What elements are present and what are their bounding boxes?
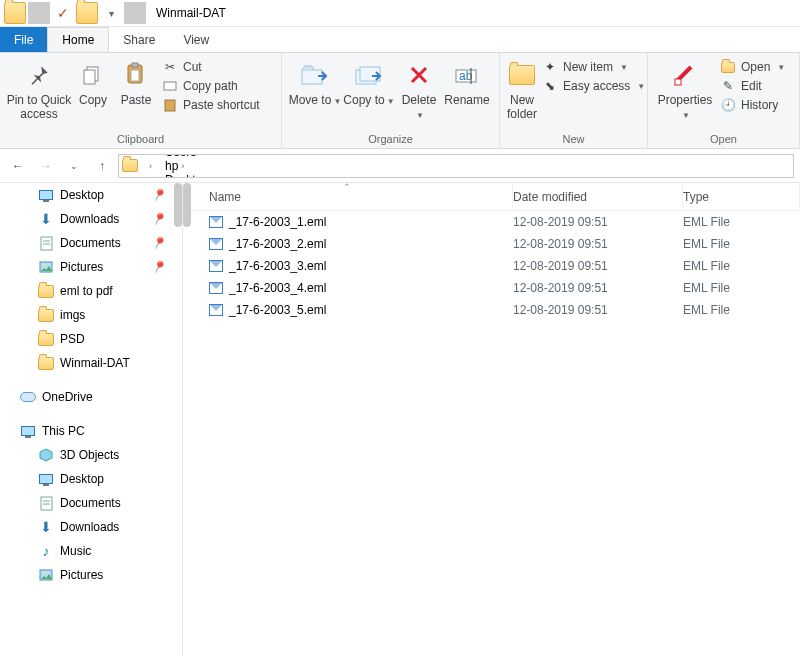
paste-shortcut-button[interactable]: Paste shortcut: [162, 97, 260, 113]
label: This PC: [42, 424, 85, 438]
address-bar[interactable]: › This PC›Local Disk (C:)›Users›hp›Deskt…: [118, 154, 794, 178]
tab-home[interactable]: Home: [47, 27, 109, 52]
column-type[interactable]: Type: [683, 183, 800, 210]
column-date[interactable]: Date modified: [513, 183, 683, 210]
tree-item[interactable]: ⬇Downloads📍: [0, 207, 182, 231]
back-button[interactable]: ←: [6, 154, 30, 178]
label: imgs: [60, 308, 85, 322]
copy-button[interactable]: Copy: [72, 57, 114, 108]
open-icon: [720, 59, 736, 75]
tree-onedrive[interactable]: OneDrive: [0, 385, 182, 409]
qat-properties-icon[interactable]: ✓: [52, 2, 74, 24]
file-row[interactable]: _17-6-2003_1.eml12-08-2019 09:51EML File: [183, 211, 800, 233]
content-area: Desktop📍⬇Downloads📍Documents📍Pictures📍em…: [0, 183, 800, 656]
download-icon: ⬇: [38, 211, 54, 227]
file-row[interactable]: _17-6-2003_2.eml12-08-2019 09:51EML File: [183, 233, 800, 255]
easy-access-button[interactable]: ⬊Easy access▼: [542, 78, 645, 94]
tree-item[interactable]: 3D Objects: [0, 443, 182, 467]
pin-icon: 📍: [149, 209, 169, 229]
title-bar: ✓ ▾ Winmail-DAT: [0, 0, 800, 27]
cloud-icon: [20, 389, 36, 405]
tab-share[interactable]: Share: [109, 27, 169, 52]
file-date: 12-08-2019 09:51: [513, 237, 683, 251]
label: Paste: [121, 94, 152, 108]
file-name: _17-6-2003_1.eml: [229, 215, 326, 229]
label: Documents: [60, 236, 121, 250]
svg-point-23: [43, 572, 46, 575]
svg-rect-13: [675, 79, 681, 85]
new-folder-button[interactable]: New folder: [506, 57, 538, 122]
tree-item[interactable]: ⬇Downloads: [0, 515, 182, 539]
tree-item[interactable]: PSD: [0, 327, 182, 351]
breadcrumb-item[interactable]: hp›: [160, 159, 347, 173]
folder-icon[interactable]: [76, 2, 98, 24]
tree-item[interactable]: imgs: [0, 303, 182, 327]
tab-view[interactable]: View: [169, 27, 223, 52]
tree-item[interactable]: Desktop📍: [0, 183, 182, 207]
label: Open: [741, 60, 770, 74]
copy-icon: [77, 59, 109, 91]
label: Pictures: [60, 260, 103, 274]
separator: [28, 2, 50, 24]
pin-icon: 📍: [149, 185, 169, 205]
label: OneDrive: [42, 390, 93, 404]
breadcrumb-item[interactable]: Desktop›: [160, 173, 347, 178]
history-icon: 🕘: [720, 97, 736, 113]
file-name: _17-6-2003_5.eml: [229, 303, 326, 317]
label: Music: [60, 544, 91, 558]
label: Downloads: [60, 212, 119, 226]
up-button[interactable]: ↑: [90, 154, 114, 178]
delete-icon: [403, 59, 435, 91]
file-type: EML File: [683, 259, 800, 273]
crumb-chevron[interactable]: ›: [141, 155, 160, 177]
new-item-icon: ✦: [542, 59, 558, 75]
open-button[interactable]: Open▼: [720, 59, 785, 75]
tree-item[interactable]: Winmail-DAT: [0, 351, 182, 375]
file-row[interactable]: _17-6-2003_3.eml12-08-2019 09:51EML File: [183, 255, 800, 277]
move-to-button[interactable]: Move to▼: [288, 57, 342, 108]
tree-item[interactable]: Documents: [0, 491, 182, 515]
new-item-button[interactable]: ✦New item▼: [542, 59, 645, 75]
column-name[interactable]: Name⌃: [183, 183, 513, 210]
tree-item[interactable]: eml to pdf: [0, 279, 182, 303]
copy-path-button[interactable]: Copy path: [162, 78, 260, 94]
qat-dropdown-icon[interactable]: ▾: [100, 2, 122, 24]
paste-icon: [120, 59, 152, 91]
pin-to-quick-access-button[interactable]: Pin to Quick access: [6, 57, 72, 122]
label: PSD: [60, 332, 85, 346]
svg-point-18: [43, 264, 46, 267]
recent-dropdown[interactable]: ⌄: [62, 154, 86, 178]
rename-button[interactable]: ab Rename: [442, 57, 492, 108]
folder-icon: [119, 159, 141, 172]
svg-rect-6: [165, 100, 175, 111]
edit-button[interactable]: ✎Edit: [720, 78, 785, 94]
file-date: 12-08-2019 09:51: [513, 281, 683, 295]
pin-icon: 📍: [149, 257, 169, 277]
label: History: [741, 98, 778, 112]
label: Move to▼: [289, 94, 342, 108]
file-row[interactable]: _17-6-2003_4.eml12-08-2019 09:51EML File: [183, 277, 800, 299]
tree-item[interactable]: Documents📍: [0, 231, 182, 255]
cut-button[interactable]: ✂Cut: [162, 59, 260, 75]
group-new: New folder ✦New item▼ ⬊Easy access▼ New: [500, 53, 648, 148]
label: Documents: [60, 496, 121, 510]
tree-item[interactable]: ♪Music: [0, 539, 182, 563]
tree-thispc[interactable]: This PC: [0, 419, 182, 443]
tree-item[interactable]: Desktop: [0, 467, 182, 491]
tree-item[interactable]: Pictures: [0, 563, 182, 587]
file-list: Name⌃ Date modified Type _17-6-2003_1.em…: [183, 183, 800, 656]
properties-button[interactable]: Properties▼: [654, 57, 716, 122]
navigation-tree[interactable]: Desktop📍⬇Downloads📍Documents📍Pictures📍em…: [0, 183, 183, 656]
pin-icon: 📍: [149, 233, 169, 253]
delete-button[interactable]: Delete▼: [396, 57, 442, 122]
history-button[interactable]: 🕘History: [720, 97, 785, 113]
label: Desktop: [60, 472, 104, 486]
label: eml to pdf: [60, 284, 113, 298]
forward-button[interactable]: →: [34, 154, 58, 178]
tab-file[interactable]: File: [0, 27, 47, 52]
copy-to-button[interactable]: Copy to▼: [342, 57, 396, 108]
file-row[interactable]: _17-6-2003_5.eml12-08-2019 09:51EML File: [183, 299, 800, 321]
tree-item[interactable]: Pictures📍: [0, 255, 182, 279]
file-type: EML File: [683, 281, 800, 295]
paste-button[interactable]: Paste: [114, 57, 158, 108]
